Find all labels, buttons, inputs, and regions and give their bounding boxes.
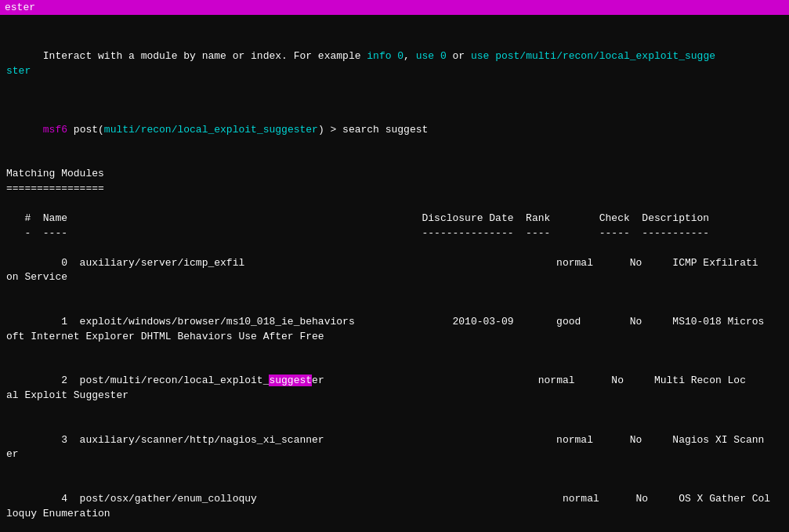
module-name-1: multi/recon/local_exploit_suggester <box>104 124 318 136</box>
row-2-highlight: suggest <box>269 375 312 386</box>
post-open-1: post( <box>67 124 104 136</box>
prompt-line-1: msf6 post(multi/recon/local_exploit_sugg… <box>6 108 783 153</box>
table-header: # Name Disclosure Date Rank Check Descri… <box>6 212 783 226</box>
row-1-text: 1 exploit/windows/browser/ms10_018_ie_be… <box>6 316 764 342</box>
blank-line-3 <box>6 153 783 168</box>
row-4-text: 4 post/osx/gather/enum_colloquy normal N… <box>6 493 770 519</box>
table-row-3: 3 auxiliary/scanner/http/nagios_xi_scann… <box>6 418 783 477</box>
table-row-0: 0 auxiliary/server/icmp_exfil normal No … <box>6 241 783 300</box>
post-close-1: ) > search suggest <box>318 124 428 136</box>
msf6-1: msf6 <box>43 124 67 136</box>
terminal: ester Interact with a module by name or … <box>0 0 789 532</box>
interact-text-1: Interact with a module by name or index.… <box>43 50 367 62</box>
table-row-2: 2 post/multi/recon/local_exploit_suggest… <box>6 359 783 418</box>
terminal-content[interactable]: Interact with a module by name or index.… <box>0 15 789 532</box>
matching-modules-label: Matching Modules <box>6 167 783 182</box>
title-bar: ester <box>0 0 789 15</box>
table-row-4: 4 post/osx/gather/enum_colloquy normal N… <box>6 477 783 532</box>
title-text: ester <box>5 2 35 13</box>
blank-line-4 <box>6 197 783 212</box>
table-row-1: 1 exploit/windows/browser/ms10_018_ie_be… <box>6 300 783 359</box>
row-2-pre: 2 post/multi/recon/local_exploit_ <box>43 375 270 386</box>
comma-1: , <box>404 50 416 62</box>
or-1: or <box>447 50 471 62</box>
use-0: use 0 <box>416 50 447 62</box>
blank-line-2 <box>6 93 783 108</box>
equals-line: ================ <box>6 182 783 197</box>
blank-line-1 <box>6 20 783 34</box>
interact-line-1: Interact with a module by name or index.… <box>6 34 783 93</box>
info-0: info 0 <box>367 50 404 62</box>
row-0-text: 0 auxiliary/server/icmp_exfil normal No … <box>6 257 758 284</box>
table-separator: - ---- --------------- ---- ----- ------… <box>6 226 783 241</box>
row-3-text: 3 auxiliary/scanner/http/nagios_xi_scann… <box>6 434 764 461</box>
